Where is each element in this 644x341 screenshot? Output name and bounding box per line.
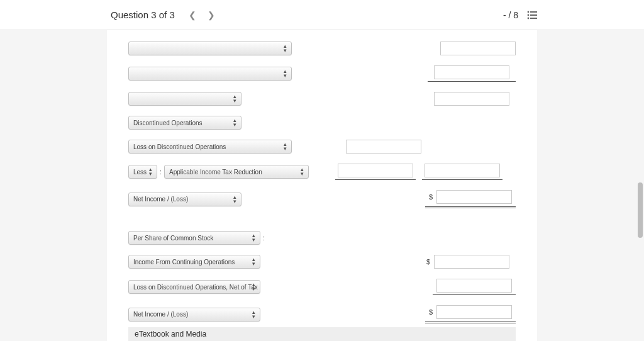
line-item-select[interactable]: ▴▾ bbox=[128, 92, 242, 106]
loss-discontinued-net-select[interactable]: Loss on Discontinued Operations, Net of … bbox=[128, 280, 260, 294]
chevron-updown-icon: ▴▾ bbox=[147, 167, 154, 176]
prev-question-icon[interactable]: ❮ bbox=[189, 10, 196, 20]
chevron-updown-icon: ▴▾ bbox=[281, 142, 289, 151]
question-list-icon[interactable] bbox=[527, 11, 537, 20]
per-share-select[interactable]: Per Share of Common Stock ▴▾ bbox=[128, 231, 260, 245]
dollar-label: $ bbox=[429, 308, 433, 316]
colon-label: : bbox=[263, 234, 265, 242]
select-label: Per Share of Common Stock bbox=[133, 235, 213, 242]
amount-input[interactable] bbox=[436, 279, 512, 293]
chevron-updown-icon: ▴▾ bbox=[250, 282, 257, 291]
amount-input[interactable] bbox=[440, 42, 516, 55]
chevron-updown-icon: ▴▾ bbox=[298, 167, 306, 176]
chevron-updown-icon: ▴▾ bbox=[231, 118, 238, 127]
svg-rect-5 bbox=[530, 18, 537, 19]
amount-input[interactable] bbox=[425, 164, 500, 177]
select-label: Loss on Discontinued Operations, Net of … bbox=[133, 284, 258, 291]
next-question-icon[interactable]: ❯ bbox=[208, 10, 215, 20]
chevron-updown-icon: ▴▾ bbox=[250, 257, 257, 266]
amount-input[interactable] bbox=[434, 65, 509, 79]
amount-input[interactable] bbox=[338, 164, 413, 177]
select-label: Loss on Discontinued Operations bbox=[133, 143, 226, 150]
etextbook-media-label: eTextbook and Media bbox=[135, 330, 206, 338]
scrollbar-thumb[interactable] bbox=[638, 182, 643, 238]
select-label: Less bbox=[133, 169, 147, 176]
svg-point-4 bbox=[528, 17, 530, 19]
income-continuing-select[interactable]: Income From Continuing Operations ▴▾ bbox=[128, 255, 260, 269]
etextbook-media-bar[interactable]: eTextbook and Media bbox=[128, 327, 516, 341]
score-display: - / 8 bbox=[503, 10, 518, 20]
topbar: Question 3 of 3 ❮ ❯ - / 8 bbox=[0, 0, 644, 30]
amount-input[interactable] bbox=[434, 255, 509, 269]
discontinued-operations-select[interactable]: Discontinued Operations ▴▾ bbox=[128, 116, 242, 130]
loss-discontinued-select[interactable]: Loss on Discontinued Operations ▴▾ bbox=[128, 140, 292, 154]
amount-input[interactable] bbox=[346, 140, 421, 154]
line-item-select[interactable]: ▴▾ bbox=[128, 67, 292, 81]
select-label: Net Income / (Loss) bbox=[133, 196, 188, 203]
amount-input[interactable] bbox=[436, 305, 512, 319]
chevron-updown-icon: ▴▾ bbox=[250, 233, 257, 242]
colon-label: : bbox=[160, 168, 162, 176]
dollar-label: $ bbox=[426, 258, 430, 266]
question-title: Question 3 of 3 bbox=[111, 9, 175, 20]
nav-arrows: ❮ ❯ bbox=[189, 10, 215, 20]
chevron-updown-icon: ▴▾ bbox=[231, 94, 238, 103]
less-select[interactable]: Less ▴▾ bbox=[128, 165, 157, 179]
chevron-updown-icon: ▴▾ bbox=[231, 195, 238, 204]
svg-point-2 bbox=[528, 14, 530, 16]
line-item-select[interactable]: ▴▾ bbox=[128, 42, 292, 55]
chevron-updown-icon: ▴▾ bbox=[281, 44, 289, 53]
net-income-select[interactable]: Net Income / (Loss) ▴▾ bbox=[128, 193, 242, 206]
select-label: Net Income / (Loss) bbox=[133, 311, 188, 318]
select-label: Discontinued Operations bbox=[133, 120, 203, 126]
worksheet-page: ▴▾ ▴▾ ▴▾ Discontinued Operations ▴▾ bbox=[107, 30, 537, 341]
amount-input[interactable] bbox=[434, 92, 509, 106]
svg-rect-3 bbox=[530, 14, 537, 16]
svg-point-0 bbox=[528, 11, 530, 13]
tax-reduction-select[interactable]: Applicable Income Tax Reduction ▴▾ bbox=[164, 165, 309, 179]
chevron-updown-icon: ▴▾ bbox=[250, 310, 257, 319]
select-label: Applicable Income Tax Reduction bbox=[169, 169, 262, 176]
dollar-label: $ bbox=[429, 193, 433, 201]
svg-rect-1 bbox=[530, 11, 537, 13]
select-label: Income From Continuing Operations bbox=[133, 259, 235, 266]
chevron-updown-icon: ▴▾ bbox=[281, 69, 289, 78]
amount-input[interactable] bbox=[436, 190, 512, 204]
net-income-pershare-select[interactable]: Net Income / (Loss) ▴▾ bbox=[128, 308, 260, 321]
